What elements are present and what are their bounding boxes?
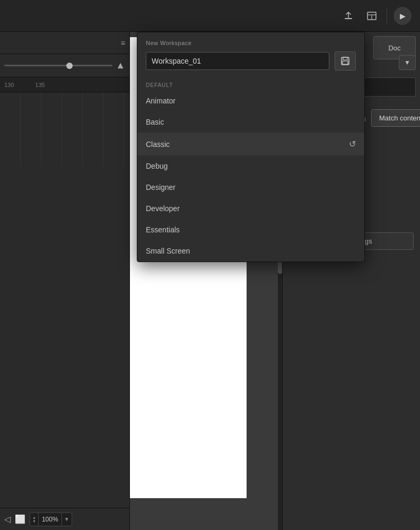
hamburger-icon[interactable]: ≡: [121, 39, 125, 47]
mountain-icon: ▲: [116, 60, 125, 71]
workspace-item-label: Debug: [146, 162, 168, 170]
workspace-item-essentials[interactable]: Essentials: [137, 219, 364, 240]
workspace-item-label: Developer: [146, 204, 180, 213]
zoom-value: 100%: [39, 516, 62, 523]
workspace-item-label: Classic: [146, 140, 170, 149]
workspace-item-label: Designer: [146, 183, 176, 192]
zoom-arrows[interactable]: ▲ ▼: [30, 513, 39, 526]
ruler-number-130: 130: [4, 82, 14, 88]
layout-icon[interactable]: [363, 7, 380, 24]
match-contents-button[interactable]: Match contents: [371, 109, 420, 127]
dropdown-header: New Workspace: [137, 32, 364, 51]
workspace-item-designer[interactable]: Designer: [137, 177, 364, 198]
workspace-item-label: Basic: [146, 118, 164, 126]
tool-row: ◁ ⬜ ▲ ▼ 100% ▼: [0, 508, 129, 530]
section-label: DEFAULT: [137, 78, 364, 90]
play-button[interactable]: ▶: [393, 7, 412, 25]
zoom-chevron[interactable]: ▼: [62, 513, 72, 526]
left-panel: ≡ ▲ 130 135 ◁ ⬜ ▲ ▼ 100% ▼: [0, 32, 130, 530]
workspace-dropdown: New Workspace DEFAULT Animator Basic Cla…: [137, 32, 365, 262]
workspace-name-input[interactable]: [146, 52, 329, 70]
dropdown-chevron[interactable]: ▼: [399, 55, 416, 70]
zoom-control[interactable]: ▲ ▼ 100% ▼: [30, 512, 72, 526]
workspace-item-label: Small Screen: [146, 247, 190, 255]
timeline-controls: ≡: [0, 32, 129, 54]
workspace-item-debug[interactable]: Debug: [137, 155, 364, 177]
top-bar: ▶: [0, 0, 420, 32]
workspace-item-classic[interactable]: Classic ↺: [137, 133, 364, 155]
ruler-number-135: 135: [35, 82, 45, 88]
workspace-item-small-screen[interactable]: Small Screen: [137, 240, 364, 262]
export-icon[interactable]: [340, 7, 357, 24]
workspace-item-label: Animator: [146, 97, 176, 105]
workspace-item-developer[interactable]: Developer: [137, 198, 364, 219]
toolbar-divider: [387, 8, 387, 23]
arrow-icon[interactable]: ◁: [4, 514, 11, 524]
ruler-ticks: [0, 92, 129, 167]
workspace-item-animator[interactable]: Animator: [137, 90, 364, 111]
workspace-item-label: Essentials: [146, 225, 180, 234]
ruler: 130 135: [0, 77, 129, 92]
slider-row: ▲: [0, 54, 129, 77]
dropdown-input-row: [137, 51, 364, 78]
slider-thumb[interactable]: [66, 63, 73, 69]
svg-rect-6: [343, 61, 348, 64]
reset-workspace-icon[interactable]: ↺: [349, 139, 356, 149]
workspace-item-basic[interactable]: Basic: [137, 111, 364, 133]
slider-track[interactable]: [4, 65, 112, 66]
svg-rect-0: [345, 18, 352, 19]
workspace-list: Animator Basic Classic ↺ Debug Designer …: [137, 90, 364, 262]
frame-icon[interactable]: ⬜: [15, 514, 25, 524]
save-workspace-button[interactable]: [335, 51, 356, 71]
